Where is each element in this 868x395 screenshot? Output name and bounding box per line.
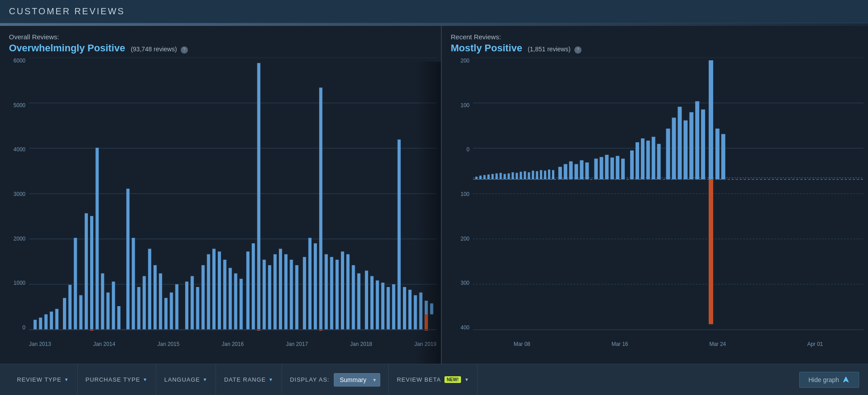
svg-rect-106 <box>536 171 538 179</box>
svg-rect-109 <box>548 170 550 179</box>
recent-rating: Mostly Positive <box>451 42 522 54</box>
svg-rect-18 <box>96 148 99 330</box>
svg-rect-14 <box>74 238 77 330</box>
svg-rect-41 <box>228 268 232 329</box>
svg-rect-39 <box>218 252 221 330</box>
overall-x-label: Jan 2019 <box>415 341 436 347</box>
svg-rect-68 <box>381 283 384 329</box>
overall-y-label: 6000 <box>13 58 25 64</box>
date-range-arrow-icon: ▼ <box>269 377 274 382</box>
svg-rect-104 <box>528 172 530 179</box>
svg-rect-97 <box>499 173 502 179</box>
summary-select[interactable]: Summary <box>334 373 380 387</box>
svg-rect-10 <box>50 312 53 329</box>
hide-graph-icon: ⮝ <box>843 376 850 384</box>
svg-rect-60 <box>336 260 339 330</box>
svg-rect-103 <box>524 171 526 179</box>
svg-rect-50 <box>279 249 282 329</box>
date-range-button[interactable]: DATE RANGE ▼ <box>216 364 282 395</box>
svg-rect-55 <box>308 238 311 330</box>
overall-x-label: Jan 2013 <box>29 341 51 347</box>
overall-y-label: 2000 <box>13 236 25 242</box>
page-title: CUSTOMER REVIEWS <box>9 6 859 17</box>
overall-x-label: Jan 2014 <box>93 341 115 347</box>
overall-x-label: Jan 2018 <box>350 341 372 347</box>
recent-section: Recent Reviews: Mostly Positive (1,851 r… <box>442 26 868 364</box>
svg-rect-107 <box>540 170 542 179</box>
overall-y-label: 1000 <box>13 280 25 286</box>
overall-y-label: 4000 <box>13 146 25 153</box>
svg-rect-114 <box>574 164 578 179</box>
svg-rect-13 <box>68 285 71 329</box>
svg-rect-48 <box>268 265 271 329</box>
display-as-group: DISPLAY AS: Summary <box>282 364 389 395</box>
recent-y-label: 400 <box>461 324 469 331</box>
svg-rect-35 <box>196 287 199 329</box>
overall-help-icon[interactable]: ? <box>181 46 188 54</box>
svg-rect-46 <box>257 63 260 329</box>
svg-rect-71 <box>398 140 401 330</box>
overall-count: (93,748 reviews) <box>131 46 177 53</box>
toolbar: REVIEW TYPE ▼ PURCHASE TYPE ▼ LANGUAGE ▼… <box>0 364 868 395</box>
svg-rect-69 <box>386 287 390 329</box>
svg-rect-129 <box>666 129 670 179</box>
overall-label: Overall Reviews: <box>9 33 432 41</box>
svg-rect-45 <box>252 243 255 329</box>
svg-rect-102 <box>520 172 522 179</box>
overall-y-label: 0 <box>22 324 25 331</box>
svg-rect-132 <box>684 121 688 179</box>
svg-rect-121 <box>616 156 619 179</box>
svg-rect-95 <box>491 174 494 179</box>
svg-rect-37 <box>207 254 210 330</box>
recent-count: (1,851 reviews) <box>528 46 571 53</box>
review-type-arrow-icon: ▼ <box>64 377 69 382</box>
svg-rect-118 <box>600 157 603 179</box>
svg-rect-16 <box>85 213 88 330</box>
overall-y-label: 5000 <box>13 102 25 108</box>
svg-rect-64 <box>357 273 360 329</box>
review-type-button[interactable]: REVIEW TYPE ▼ <box>9 364 78 395</box>
language-button[interactable]: LANGUAGE ▼ <box>156 364 216 395</box>
svg-rect-11 <box>55 309 58 330</box>
purchase-type-arrow-icon: ▼ <box>143 377 148 382</box>
svg-rect-63 <box>352 265 355 329</box>
overall-x-label: Jan 2015 <box>158 341 179 347</box>
svg-rect-33 <box>185 282 188 330</box>
recent-chart-svg <box>473 58 864 331</box>
hide-graph-label: Hide graph <box>809 376 839 383</box>
svg-rect-139 <box>721 134 725 179</box>
recent-help-icon[interactable]: ? <box>574 46 581 54</box>
svg-rect-65 <box>365 270 368 329</box>
svg-rect-113 <box>569 162 573 179</box>
svg-rect-116 <box>585 162 589 179</box>
svg-rect-133 <box>689 112 694 179</box>
svg-rect-17 <box>90 216 93 330</box>
svg-rect-56 <box>314 243 317 329</box>
svg-rect-30 <box>164 298 167 330</box>
review-beta-group: REVIEW BETA NEW! ▼ <box>389 364 477 395</box>
svg-rect-47 <box>262 260 266 330</box>
svg-rect-100 <box>511 172 514 179</box>
summary-select-wrapper[interactable]: Summary <box>334 373 380 387</box>
svg-rect-110 <box>552 170 554 179</box>
overall-summary: Overall Reviews: Overwhelmingly Positive… <box>0 26 441 58</box>
svg-rect-20 <box>106 292 109 329</box>
svg-rect-130 <box>672 118 676 179</box>
review-beta-arrow-icon: ▼ <box>465 377 469 382</box>
svg-rect-122 <box>621 158 625 179</box>
title-bar: CUSTOMER REVIEWS <box>0 0 868 23</box>
purchase-type-button[interactable]: PURCHASE TYPE ▼ <box>78 364 156 395</box>
svg-rect-115 <box>580 160 583 179</box>
svg-rect-123 <box>630 150 634 179</box>
hide-graph-button[interactable]: Hide graph ⮝ <box>799 372 860 388</box>
svg-rect-128 <box>657 144 660 179</box>
svg-rect-23 <box>126 189 129 330</box>
svg-rect-32 <box>175 284 179 330</box>
svg-rect-19 <box>101 273 104 329</box>
svg-rect-28 <box>154 265 157 329</box>
svg-rect-67 <box>376 280 379 329</box>
svg-rect-135 <box>701 109 705 179</box>
svg-rect-25 <box>137 287 140 329</box>
svg-rect-127 <box>652 137 655 179</box>
svg-rect-81 <box>425 314 428 331</box>
